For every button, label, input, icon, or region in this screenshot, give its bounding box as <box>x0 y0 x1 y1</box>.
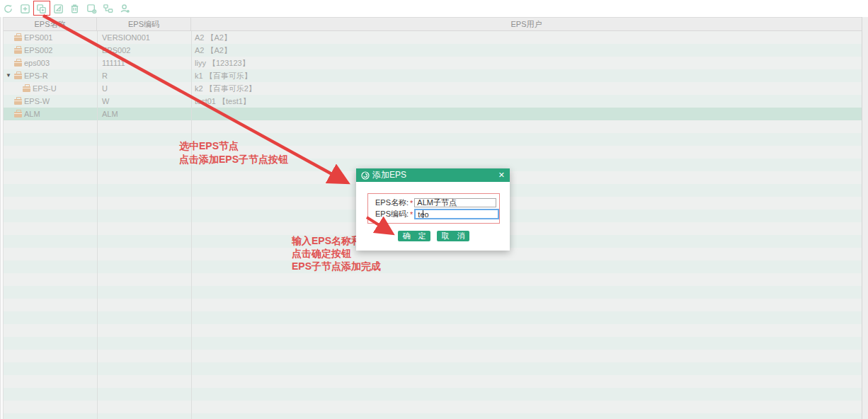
table-row-eps-r[interactable]: ▼EPS-R R k1 【百事可乐】 <box>4 69 862 82</box>
dialog-title-icon <box>361 171 370 180</box>
eps-user: k1 【百事可乐】 <box>191 71 862 81</box>
table-header: EPS名称 EPS编码 EPS用户 <box>4 17 862 31</box>
confirm-button[interactable]: 确 定 <box>398 231 430 241</box>
expand-arrow-icon[interactable]: ▼ <box>6 69 14 82</box>
eps-user: A2 【A2】 <box>191 45 862 56</box>
eps-name: EPS-W <box>24 97 50 105</box>
eps-node-icon <box>14 35 22 41</box>
delete-eps-icon[interactable] <box>69 2 81 15</box>
eps-code: ALM <box>97 110 191 118</box>
eps-node-icon <box>14 48 22 54</box>
dialog-title-bar[interactable]: 添加EPS ✕ <box>356 168 510 182</box>
add-eps-dialog: 添加EPS ✕ EPS名称: * EPS编码: * 确 定 取 消 <box>356 168 510 251</box>
toolbar <box>0 0 868 17</box>
column-header-eps-user[interactable]: EPS用户 <box>191 18 862 30</box>
eps-management-screen: EPS名称 EPS编码 EPS用户 EPS001 VERSION001 A2 【… <box>0 0 868 419</box>
dialog-title: 添加EPS <box>372 169 406 181</box>
refresh-icon[interactable] <box>2 2 14 15</box>
eps-user: test01 【test1】 <box>191 96 862 107</box>
table-row-eps002[interactable]: EPS002 EPS002 A2 【A2】 <box>4 44 862 57</box>
eps-name: EPS002 <box>24 46 52 54</box>
required-mark: * <box>410 199 413 207</box>
annotation-select-node: 选中EPS节点 点击添加EPS子节点按钮 <box>179 139 288 166</box>
eps-code-field-row: EPS编码: * <box>375 209 499 219</box>
eps-node-icon <box>14 112 22 117</box>
eps-node-icon <box>23 86 30 92</box>
eps-code: VERSION001 <box>97 33 191 42</box>
eps-node-icon <box>14 99 22 105</box>
eps-node-icon <box>14 61 22 67</box>
eps-name: EPS001 <box>24 33 52 42</box>
eps-name-label: EPS名称: <box>375 197 409 208</box>
close-icon[interactable]: ✕ <box>498 170 505 180</box>
eps-name: EPS-U <box>33 84 57 93</box>
table-row-eps-u[interactable]: EPS-U U k2 【百事可乐2】 <box>4 82 862 95</box>
eps-name: ALM <box>24 110 40 118</box>
table-row-eps-w[interactable]: EPS-W W test01 【test1】 <box>4 95 862 108</box>
vertical-scrollbar[interactable] <box>862 17 868 419</box>
annotation-line: EPS子节点添加完成 <box>292 260 381 272</box>
annotation-line: 点击添加EPS子节点按钮 <box>179 153 288 166</box>
eps-name: EPS-R <box>24 71 48 80</box>
column-header-eps-name[interactable]: EPS名称 <box>4 18 97 30</box>
eps-code: R <box>97 71 191 80</box>
column-separator <box>191 31 192 419</box>
text-caret <box>423 210 423 218</box>
eps-user: liyy 【123123】 <box>191 58 862 69</box>
eps-code: W <box>97 97 191 105</box>
table-row-eps003[interactable]: eps003 111111 liyy 【123123】 <box>4 57 862 69</box>
table-row-eps001[interactable]: EPS001 VERSION001 A2 【A2】 <box>4 31 862 44</box>
highlight-box-add-child-button <box>33 1 50 16</box>
add-user-icon[interactable] <box>119 2 131 15</box>
eps-code-input[interactable] <box>414 209 499 219</box>
eps-name-field-row: EPS名称: * <box>375 197 496 208</box>
column-separator <box>97 31 98 419</box>
eps-user: A2 【A2】 <box>191 33 862 43</box>
eps-node-icon <box>14 74 22 79</box>
table-row-alm-selected[interactable]: ALM ALM <box>4 108 862 120</box>
empty-rows-area <box>4 120 862 419</box>
move-node-icon[interactable] <box>102 2 114 15</box>
add-eps-icon[interactable] <box>19 2 31 15</box>
required-mark: * <box>410 210 413 219</box>
cancel-button[interactable]: 取 消 <box>437 231 469 241</box>
annotation-line: 选中EPS节点 <box>179 139 288 153</box>
eps-name-input[interactable] <box>414 198 496 207</box>
eps-code: 111111 <box>97 59 191 67</box>
eps-code: U <box>97 84 191 93</box>
assign-users-icon[interactable] <box>86 2 98 15</box>
eps-user: k2 【百事可乐2】 <box>191 84 862 94</box>
column-header-eps-code[interactable]: EPS编码 <box>97 18 191 30</box>
eps-code: EPS002 <box>97 46 191 54</box>
eps-name: eps003 <box>24 59 50 67</box>
eps-code-label: EPS编码: <box>375 209 409 219</box>
edit-eps-icon[interactable] <box>52 2 64 15</box>
